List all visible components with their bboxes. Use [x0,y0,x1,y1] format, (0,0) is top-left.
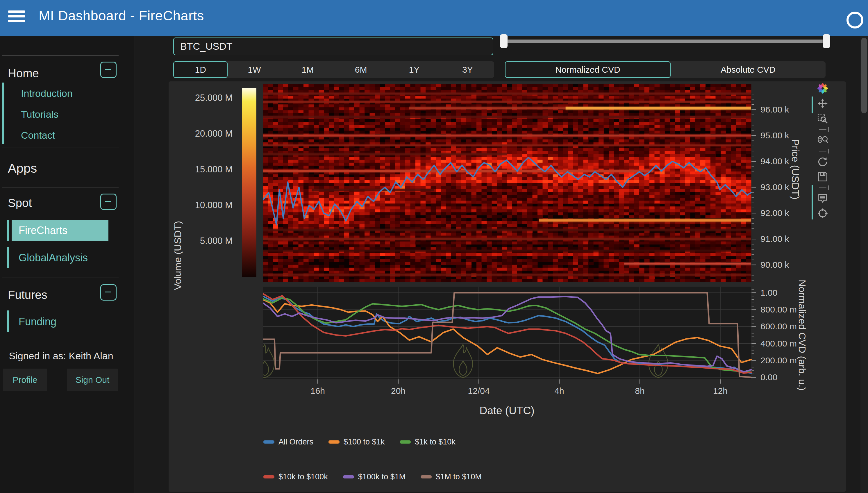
sidebar-item-contact[interactable]: Contact [21,130,55,141]
cvd-tick-label: 0.00 [760,372,777,382]
legend-label: $10k to $100k [279,472,328,481]
page-scrollbar[interactable] [861,36,868,493]
box-zoom-icon[interactable] [817,113,828,124]
timeframe-1y-button[interactable]: 1Y [388,61,441,78]
price-tick-label: 96.00 k [760,105,789,114]
volume-tick-label: 25.000 M [174,93,233,103]
price-tick-label: 95.00 k [760,130,789,141]
collapse-futures-button[interactable] [100,284,116,301]
legend-item[interactable]: $100k to $1M [343,472,406,481]
divider [2,341,118,341]
absolute-cvd-button[interactable]: Absolute CVD [671,61,826,78]
legend-label: $100 to $1k [344,437,385,447]
scrollbar-thumb[interactable] [861,38,867,113]
x-axis-title: Date (UTC) [479,405,534,417]
volume-colorbar [242,88,256,277]
normalized-cvd-button[interactable]: Normalized CVD [505,61,671,78]
legend-swatch [263,441,275,444]
legend-item[interactable]: $1M to $10M [421,472,482,481]
divider [2,55,118,56]
cvd-axis-title: Normalized CVD (arb. u.) [797,280,808,391]
price-tick-label: 94.00 k [760,156,789,166]
cvd-tick-label: 800.00 m [760,305,797,315]
timeframe-6m-button[interactable]: 6M [334,61,388,78]
pan-icon[interactable] [817,98,828,109]
cvd-tick-label: 600.00 m [760,321,797,331]
price-tick-label: 92.00 k [760,208,789,218]
divider [2,147,118,147]
range-slider-left-handle[interactable] [500,34,507,48]
symbol-input[interactable] [173,38,493,55]
spikeline-icon[interactable] [817,208,828,219]
price-tick-label: 93.00 k [760,182,789,192]
timeframe-group: 1D 1W 1M 6M 1Y 3Y [173,61,494,78]
timeframe-3y-button[interactable]: 3Y [441,61,494,78]
timeframe-1w-button[interactable]: 1W [227,61,281,78]
user-avatar-icon[interactable] [846,12,863,28]
legend-label: $1k to $10k [415,437,456,447]
item-bar [7,310,9,332]
timeframe-1m-button[interactable]: 1M [281,61,334,78]
toggle-hover-icon[interactable] [817,193,828,204]
save-icon[interactable] [817,171,828,182]
collapse-minus-icon [105,292,111,293]
x-tick-label: 8h [635,386,645,396]
plotly-logo-icon[interactable] [817,83,828,94]
legend-row: $10k to $100k$100k to $1M$1M to $10M [263,470,482,483]
zoom-in-out-icon[interactable] [817,134,828,146]
modebar-separator [819,188,826,188]
collapse-home-button[interactable] [100,62,116,78]
sidebar-item-firecharts[interactable]: FireCharts [12,220,108,241]
collapse-minus-icon [105,69,111,70]
item-bar [7,247,9,268]
price-tick-label: 90.00 k [760,260,789,270]
sidebar-item-label: FireCharts [19,224,67,237]
price-axis-title: Price (USDT) [789,139,801,199]
collapse-spot-button[interactable] [100,194,116,210]
legend-item[interactable]: $10k to $100k [263,472,328,481]
modebar-active-indicator [811,185,813,219]
sign-out-button[interactable]: Sign Out [67,369,118,391]
legend-item[interactable]: $100 to $1k [328,437,385,447]
heatmap-canvas[interactable] [263,84,757,282]
legend-swatch [328,441,340,444]
divider [2,278,118,278]
sidebar-item-introduction[interactable]: Introduction [21,88,73,99]
legend-label: $100k to $1M [358,472,406,481]
active-item-bar [7,220,9,241]
x-tick-label: 16h [310,386,325,396]
signed-in-text: Signed in as: Keith Alan [0,350,122,362]
modebar [816,83,830,223]
profile-button[interactable]: Profile [3,369,47,391]
range-slider-right-handle[interactable] [823,34,830,48]
legend-swatch [263,475,275,478]
reset-axes-icon[interactable] [817,156,828,167]
menu-icon[interactable] [8,10,26,26]
cvd-tick-label: 200.00 m [760,356,797,365]
app-title: MI Dashboard - FireCharts [39,7,204,24]
legend-item[interactable]: All Orders [263,437,313,447]
collapse-minus-icon [105,201,111,202]
modebar-separator [819,151,826,151]
sidebar-item-tutorials[interactable]: Tutorials [21,109,59,120]
legend-label: $1M to $10M [436,472,482,481]
legend-label: All Orders [279,437,313,447]
cvd-mode-group: Normalized CVD Absolute CVD [505,61,826,78]
cvd-tick-label: 400.00 m [760,339,797,348]
topbar: MI Dashboard - FireCharts [0,0,868,36]
x-tick-label: 4h [554,386,564,396]
sidebar-item-funding[interactable]: Funding [19,316,57,328]
cvd-tick-label: 1.00 [760,288,777,298]
sidebar-header-apps: Apps [8,161,37,176]
cvd-line-chart-canvas[interactable] [263,286,757,384]
x-tick-label: 12h [713,386,728,396]
volume-tick-label: 15.000 M [174,164,233,175]
x-tick-label: 20h [391,386,406,396]
legend-swatch [400,441,411,444]
legend-item[interactable]: $1k to $10k [400,437,456,447]
timeframe-1d-button[interactable]: 1D [173,61,227,78]
sidebar-header-spot: Spot [8,196,32,210]
price-tick-label: 91.00 k [760,234,789,244]
date-range-slider[interactable] [503,40,827,43]
sidebar-item-globalanalysis[interactable]: GlobalAnalysis [19,252,88,264]
